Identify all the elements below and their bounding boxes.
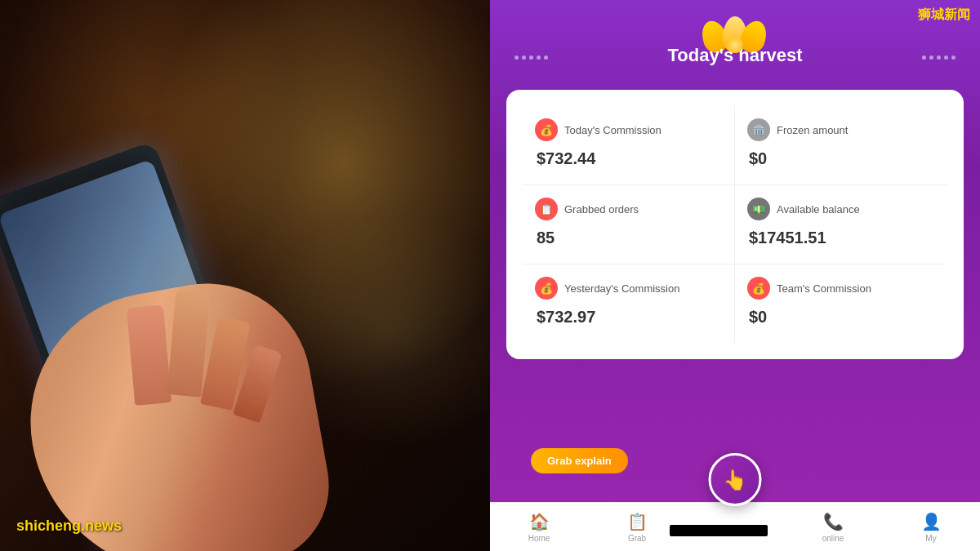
nav-online-label: online bbox=[822, 534, 844, 543]
stat-cell-2: 📋 Grabbed orders 85 bbox=[523, 185, 735, 264]
app-panel: 狮城新闻 Today's harvest 💰 Today's Commissio… bbox=[490, 0, 980, 551]
nav-my[interactable]: 👤 My bbox=[882, 512, 980, 543]
grab-icon: 📋 bbox=[627, 512, 648, 531]
nav-online[interactable]: 📞 online bbox=[784, 512, 882, 543]
stat-header-4: 💰 Yesterday's Commission bbox=[535, 277, 722, 300]
harvest-card: 💰 Today's Commission $732.44 🏛️ Frozen a… bbox=[506, 90, 964, 359]
stat-cell-4: 💰 Yesterday's Commission $732.97 bbox=[523, 264, 735, 343]
stat-label-2: Grabbed orders bbox=[564, 203, 639, 216]
stat-icon-0: 💰 bbox=[535, 118, 558, 141]
hand-overlay bbox=[0, 220, 490, 551]
watermark-left: shicheng.news bbox=[16, 518, 122, 535]
stat-label-3: Available balance bbox=[777, 203, 860, 216]
stat-cell-0: 💰 Today's Commission $732.44 bbox=[523, 106, 735, 185]
stat-icon-5: 💰 bbox=[747, 277, 770, 300]
profile-icon: 👤 bbox=[921, 512, 942, 531]
stat-icon-3: 💵 bbox=[747, 198, 770, 220]
privacy-bar bbox=[670, 525, 768, 536]
stat-value-2: 85 bbox=[535, 229, 722, 247]
nav-grab-label: Grab bbox=[628, 534, 646, 543]
stat-header-5: 💰 Team's Commission bbox=[747, 277, 935, 300]
stat-cell-1: 🏛️ Frozen amount $0 bbox=[735, 106, 947, 185]
stat-header-3: 💵 Available balance bbox=[747, 198, 935, 220]
nav-home-label: Home bbox=[528, 534, 550, 543]
online-icon: 📞 bbox=[823, 512, 844, 531]
crown-center bbox=[727, 37, 743, 53]
stat-header-1: 🏛️ Frozen amount bbox=[747, 118, 935, 141]
stat-value-1: $0 bbox=[747, 149, 935, 168]
stat-icon-2: 📋 bbox=[535, 198, 558, 220]
nav-my-label: My bbox=[925, 534, 936, 543]
center-fab-button[interactable]: 👆 bbox=[709, 453, 762, 506]
stat-icon-1: 🏛️ bbox=[747, 118, 770, 141]
touch-icon: 👆 bbox=[723, 469, 747, 491]
stat-value-3: $17451.51 bbox=[747, 229, 935, 247]
stat-value-0: $732.44 bbox=[535, 149, 722, 168]
stat-cell-5: 💰 Team's Commission $0 bbox=[735, 264, 947, 343]
stat-header-0: 💰 Today's Commission bbox=[535, 118, 722, 141]
stat-label-4: Yesterday's Commission bbox=[564, 282, 679, 295]
stat-icon-4: 💰 bbox=[535, 277, 558, 300]
photo-panel: shicheng.news bbox=[0, 0, 490, 551]
stat-label-1: Frozen amount bbox=[777, 124, 848, 136]
home-icon: 🏠 bbox=[529, 512, 550, 531]
stat-label-0: Today's Commission bbox=[564, 124, 662, 136]
stats-grid: 💰 Today's Commission $732.44 🏛️ Frozen a… bbox=[523, 106, 947, 343]
watermark-right: 狮城新闻 bbox=[918, 7, 970, 24]
nav-home[interactable]: 🏠 Home bbox=[490, 512, 588, 543]
stat-header-2: 📋 Grabbed orders bbox=[535, 198, 722, 220]
stat-cell-3: 💵 Available balance $17451.51 bbox=[735, 185, 947, 264]
grab-explain-button[interactable]: Grab explain bbox=[531, 448, 628, 473]
stat-value-5: $0 bbox=[747, 308, 935, 327]
stat-label-5: Team's Commission bbox=[777, 282, 871, 295]
stat-value-4: $732.97 bbox=[535, 308, 722, 327]
